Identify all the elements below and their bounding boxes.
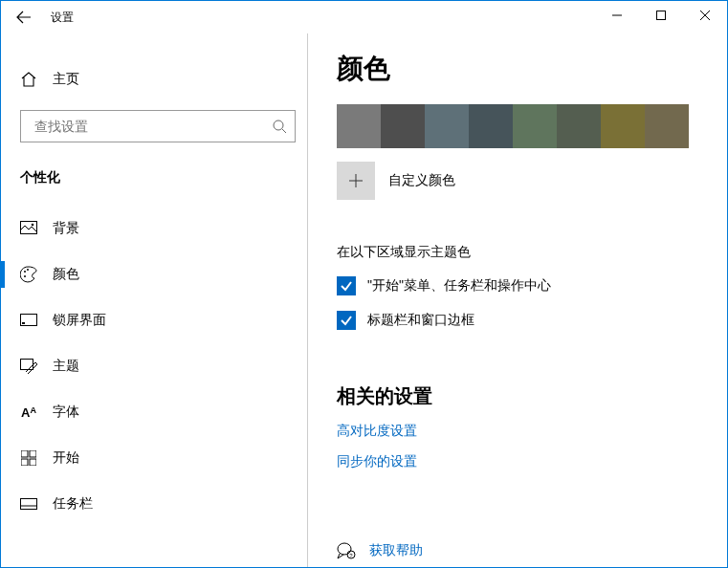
accent-section-label: 在以下区域显示主题色 xyxy=(337,244,698,261)
svg-point-6 xyxy=(24,271,26,273)
svg-rect-13 xyxy=(30,450,36,457)
check-start-taskbar[interactable]: "开始"菜单、任务栏和操作中心 xyxy=(337,276,698,295)
checkbox-icon xyxy=(337,276,356,295)
category-heading: 个性化 xyxy=(20,169,296,186)
svg-rect-10 xyxy=(22,322,25,324)
check-label: "开始"菜单、任务栏和操作中心 xyxy=(367,277,551,295)
plus-icon xyxy=(348,173,364,188)
sidebar-item-label: 字体 xyxy=(53,404,79,421)
arrow-left-icon xyxy=(16,10,32,25)
search-icon xyxy=(272,119,287,134)
lockscreen-icon xyxy=(20,314,37,327)
related-heading: 相关的设置 xyxy=(337,383,698,409)
back-button[interactable] xyxy=(1,1,47,33)
custom-color-button[interactable] xyxy=(337,162,375,200)
main-content: 颜色 自定义颜色 在以下区域显示主题色 "开始"菜单、任务栏和操作中心 标题栏和… xyxy=(308,33,727,567)
sidebar-item-taskbar[interactable]: 任务栏 xyxy=(20,485,296,523)
color-swatch[interactable] xyxy=(337,104,381,148)
minimize-button[interactable] xyxy=(595,1,639,30)
svg-point-8 xyxy=(24,275,26,277)
color-swatch[interactable] xyxy=(601,104,645,148)
themes-icon xyxy=(20,359,37,374)
link-get-help[interactable]: 获取帮助 xyxy=(369,542,423,559)
color-swatches xyxy=(337,104,698,148)
link-high-contrast[interactable]: 高对比度设置 xyxy=(337,423,698,440)
window-title: 设置 xyxy=(51,10,74,26)
maximize-button[interactable] xyxy=(639,1,683,30)
check-label: 标题栏和窗口边框 xyxy=(367,312,474,329)
color-swatch[interactable] xyxy=(469,104,513,148)
titlebar: 设置 xyxy=(1,1,727,33)
minimize-icon xyxy=(612,11,622,20)
sidebar-item-themes[interactable]: 主题 xyxy=(20,347,296,385)
home-icon xyxy=(20,71,37,88)
close-icon xyxy=(700,11,710,20)
palette-icon xyxy=(20,266,37,283)
sidebar: 主页 个性化 背景 颜色 锁屏界面 xyxy=(1,33,307,567)
window-controls xyxy=(595,1,727,30)
check-titlebars[interactable]: 标题栏和窗口边框 xyxy=(337,311,698,330)
start-icon xyxy=(21,450,36,466)
sidebar-item-label: 任务栏 xyxy=(53,495,93,513)
color-swatch[interactable] xyxy=(425,104,469,148)
maximize-icon xyxy=(656,11,666,20)
svg-rect-12 xyxy=(21,450,28,457)
taskbar-icon xyxy=(20,498,37,510)
sidebar-item-lockscreen[interactable]: 锁屏界面 xyxy=(20,301,296,339)
sidebar-item-start[interactable]: 开始 xyxy=(20,439,296,477)
home-link[interactable]: 主页 xyxy=(20,60,296,98)
fonts-icon: A xyxy=(21,405,30,420)
sidebar-item-label: 颜色 xyxy=(53,266,79,283)
nav-list: 背景 颜色 锁屏界面 主题 AA 字体 xyxy=(20,209,296,531)
home-label: 主页 xyxy=(53,71,79,88)
svg-rect-14 xyxy=(21,459,28,466)
close-button[interactable] xyxy=(683,1,727,30)
sidebar-item-background[interactable]: 背景 xyxy=(20,209,296,248)
svg-line-3 xyxy=(282,129,286,133)
sidebar-item-label: 背景 xyxy=(53,220,79,237)
picture-icon xyxy=(20,221,37,236)
color-swatch[interactable] xyxy=(557,104,601,148)
svg-point-5 xyxy=(32,224,34,227)
sidebar-item-fonts[interactable]: AA 字体 xyxy=(20,393,296,431)
link-sync-settings[interactable]: 同步你的设置 xyxy=(337,453,698,470)
search-input[interactable] xyxy=(33,118,272,135)
sidebar-item-label: 主题 xyxy=(53,358,79,375)
checkbox-icon xyxy=(337,311,356,330)
color-swatch[interactable] xyxy=(381,104,425,148)
color-swatch[interactable] xyxy=(645,104,689,148)
page-title: 颜色 xyxy=(337,51,698,87)
svg-rect-16 xyxy=(21,499,37,510)
search-box[interactable] xyxy=(20,110,296,142)
sidebar-item-colors[interactable]: 颜色 xyxy=(20,255,296,294)
check-icon xyxy=(340,279,353,293)
svg-point-2 xyxy=(274,120,283,130)
svg-rect-1 xyxy=(657,11,666,20)
custom-color-label: 自定义颜色 xyxy=(388,172,455,189)
svg-rect-15 xyxy=(30,459,36,466)
color-swatch[interactable] xyxy=(513,104,557,148)
help-icon: ? xyxy=(337,542,356,559)
svg-rect-11 xyxy=(21,360,33,370)
check-icon xyxy=(340,314,353,327)
svg-point-7 xyxy=(27,269,29,271)
sidebar-item-label: 锁屏界面 xyxy=(53,312,106,329)
sidebar-item-label: 开始 xyxy=(53,449,79,467)
